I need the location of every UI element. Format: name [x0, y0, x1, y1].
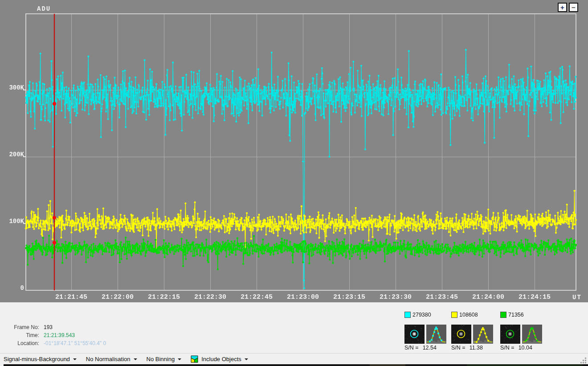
- x-tick-label: 21:23:45: [422, 294, 462, 301]
- location-value: -01°18'47.1" 51°55'40.4" 0: [39, 340, 106, 346]
- background-window-artifact: [370, 364, 405, 366]
- snr-value: 10.04: [519, 345, 532, 351]
- location-label: Location:: [4, 340, 39, 346]
- object-color-swatch: [404, 312, 411, 318]
- star-thumbnail: [451, 325, 471, 344]
- y-tick-label: 100K: [0, 218, 24, 225]
- psf-thumbnail: [473, 325, 493, 344]
- chevron-down-icon: [134, 358, 137, 360]
- x-tick-label: 21:23:30: [376, 294, 416, 301]
- frame-no-row: Frame No:193: [4, 323, 106, 331]
- x-tick-label: 21:21:45: [51, 294, 91, 301]
- snr-label: S/N =: [451, 345, 466, 351]
- time-label: Time:: [4, 332, 39, 338]
- time-value: 21:21:39.543: [39, 332, 75, 338]
- frame-info: Frame No:193Time:21:21:39.543Location:-0…: [4, 323, 106, 347]
- object-intensity-value: 279380: [412, 312, 431, 318]
- resize-grip-icon[interactable]: [580, 357, 587, 364]
- object-thumbnails: [500, 325, 542, 344]
- x-tick-label: 21:22:45: [237, 294, 277, 301]
- object-color-swatch: [500, 312, 506, 318]
- object-legend: 279380: [404, 312, 431, 318]
- snr-label: S/N =: [404, 345, 419, 351]
- snr-row: S/N =10.04: [500, 345, 532, 351]
- psf-thumbnail: [426, 325, 446, 344]
- y-axis-title: ADU: [37, 5, 51, 12]
- light-curve-canvas[interactable]: [0, 0, 588, 302]
- frame-no-label: Frame No:: [4, 324, 39, 330]
- zoom-out-button[interactable]: −: [569, 3, 578, 12]
- y-tick-label: 0: [0, 285, 24, 292]
- location-row: Location:-01°18'47.1" 51°55'40.4" 0: [4, 339, 106, 347]
- snr-value: 12.54: [423, 345, 437, 351]
- object-thumbnails: [404, 325, 446, 344]
- normalisation-dropdown[interactable]: No Normalisation: [86, 356, 137, 362]
- dropdown-label: Signal-minus-Background: [4, 356, 70, 362]
- x-tick-label: 21:22:30: [190, 294, 230, 301]
- snr-value: 11.38: [470, 345, 483, 351]
- snr-row: S/N =11.38: [451, 345, 483, 351]
- time-row: Time:21:21:39.543: [4, 331, 106, 339]
- background-window-artifact: [467, 364, 583, 366]
- x-tick-label: 21:24:00: [468, 294, 508, 301]
- chevron-down-icon: [245, 358, 248, 360]
- psf-thumbnail: [522, 325, 542, 344]
- frame-no-value: 193: [39, 324, 53, 330]
- object-intensity-value: 108608: [459, 312, 478, 318]
- chevron-down-icon: [178, 358, 181, 360]
- x-tick-label: 21:23:15: [329, 294, 369, 301]
- object-thumbnails: [451, 325, 493, 344]
- star-thumbnail: [500, 325, 520, 344]
- object-legend: 71356: [500, 312, 524, 318]
- x-tick-label: 21:22:00: [98, 294, 138, 301]
- object-color-swatch: [451, 312, 457, 318]
- object-group: 108608 S/N =11.38: [451, 302, 500, 353]
- x-tick-label: 21:24:15: [514, 294, 555, 301]
- chevron-down-icon: [73, 358, 77, 360]
- y-tick-label: 200K: [0, 151, 24, 158]
- star-thumbnail: [404, 325, 425, 344]
- object-group: 71356 S/N =10.04: [500, 302, 549, 353]
- object-group: 279380 S/N =12.54: [404, 302, 453, 353]
- binning-dropdown[interactable]: No Binning: [147, 356, 182, 362]
- light-curve-chart-region: ADU UT 300K200K100K0 21:21:4521:22:0021:…: [0, 0, 588, 302]
- x-axis-title: UT: [572, 294, 582, 301]
- signal-mode-dropdown[interactable]: Signal-minus-Background: [4, 356, 77, 362]
- include-objects-dropdown[interactable]: Include Objects: [191, 355, 248, 363]
- x-tick-label: 21:22:15: [144, 294, 184, 301]
- dropdown-label: No Normalisation: [86, 356, 131, 362]
- object-intensity-value: 71356: [508, 312, 524, 318]
- zoom-in-button[interactable]: +: [558, 3, 567, 12]
- y-tick-label: 300K: [0, 84, 24, 91]
- dropdown-label: Include Objects: [201, 356, 241, 362]
- snr-label: S/N =: [500, 345, 514, 351]
- dropdown-label: No Binning: [147, 356, 175, 362]
- object-legend: 108608: [451, 312, 478, 318]
- include-objects-icon: [191, 355, 198, 363]
- snr-row: S/N =12.54: [404, 345, 437, 351]
- x-tick-label: 21:23:00: [283, 294, 323, 301]
- bottom-toolbar: Signal-minus-BackgroundNo NormalisationN…: [0, 353, 588, 364]
- info-panel: Frame No:193Time:21:21:39.543Location:-0…: [0, 302, 588, 353]
- background-window-edge: [4, 364, 588, 366]
